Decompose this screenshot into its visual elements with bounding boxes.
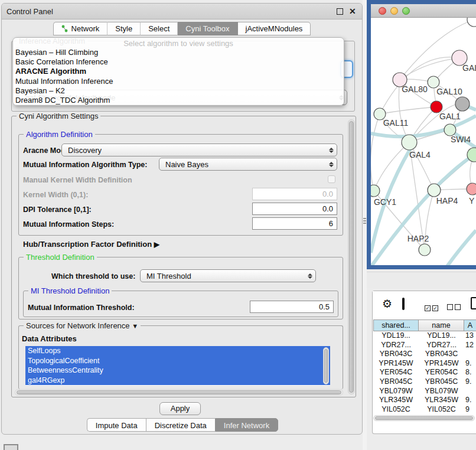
- kernel-width-field[interactable]: 0.0: [252, 188, 337, 200]
- aracne-mode-combo[interactable]: Discovery: [61, 144, 337, 156]
- stepper-icon: [305, 273, 315, 279]
- corner-button[interactable]: [4, 444, 18, 450]
- collapsed-arrow-icon[interactable]: ▶: [154, 240, 159, 249]
- algorithm-option[interactable]: Bayesian – Hill Climbing: [13, 48, 344, 57]
- table-row[interactable]: YDL19...YDL19...13: [373, 331, 476, 341]
- tab-select[interactable]: Select: [141, 22, 178, 35]
- tab-style[interactable]: Style: [107, 22, 141, 35]
- data-attribute-item[interactable]: gal4RGexp: [25, 376, 330, 386]
- control-panel-titlebar[interactable]: Control Panel ✕: [2, 4, 362, 19]
- network-edge[interactable]: [371, 114, 380, 191]
- split-columns-icon[interactable]: [402, 298, 405, 310]
- zoom-traffic-icon[interactable]: [402, 7, 410, 15]
- table-row[interactable]: YER054CYER054C8.: [373, 368, 476, 377]
- divider-grip-icon[interactable]: [363, 218, 366, 224]
- column-header-3[interactable]: A: [464, 319, 476, 331]
- table-row[interactable]: YBR045CYBR045C9.: [373, 377, 476, 387]
- network-window-titlebar[interactable]: [371, 4, 476, 18]
- attributes-scrollbar[interactable]: [323, 347, 329, 384]
- network-node[interactable]: [428, 184, 441, 197]
- page-icon[interactable]: [471, 297, 476, 309]
- settings-vscroll-thumb[interactable]: [349, 121, 354, 393]
- table-cell: YPR145W: [419, 359, 464, 369]
- table-row[interactable]: YDR27...YDR27...12: [373, 341, 476, 350]
- algorithm-option[interactable]: ARACNE Algorithm: [13, 67, 344, 76]
- algorithm-option[interactable]: Mutual Information Inference: [13, 77, 344, 86]
- table-horizontal-scrollbar[interactable]: [373, 415, 475, 421]
- table-cell: [464, 350, 476, 359]
- column-header-2[interactable]: name: [419, 319, 464, 331]
- network-canvas[interactable]: GALGAL80GAL10GAL1GAL11SWI4GAL4GCY1HAP4YH…: [371, 18, 476, 265]
- expanded-arrow-icon[interactable]: ▼: [132, 322, 138, 330]
- algorithm-option[interactable]: Dream8 DC_TDC Algorithm: [13, 96, 344, 105]
- unchecked-columns-icon[interactable]: [447, 302, 462, 312]
- column-header-1[interactable]: shared...: [373, 319, 419, 331]
- manual-kernel-width-checkbox[interactable]: [328, 175, 335, 183]
- settings-vertical-scrollbar[interactable]: [348, 119, 355, 394]
- bottom-tab-discretize-data[interactable]: Discretize Data: [146, 418, 215, 432]
- float-window-icon[interactable]: [337, 8, 343, 15]
- tab-label: jActiveMNodules: [246, 24, 303, 33]
- algorithm-option[interactable]: Basic Correlation Inference: [13, 57, 344, 67]
- panel-divider[interactable]: [363, 0, 367, 450]
- close-icon[interactable]: ✕: [349, 6, 356, 16]
- close-traffic-icon[interactable]: [379, 7, 386, 15]
- network-node-label: HAP2: [407, 234, 429, 243]
- tab-cyni-toolbox[interactable]: Cyni Toolbox: [178, 22, 237, 35]
- table-row[interactable]: YPR145WYPR145W9.: [373, 359, 476, 369]
- data-attributes-list[interactable]: SelfLoopsTopologicalCoefficientBetweenne…: [25, 346, 330, 386]
- network-node-label: GAL: [462, 63, 476, 73]
- network-node[interactable]: [419, 244, 431, 256]
- bottom-tab-impute-data[interactable]: Impute Data: [87, 418, 146, 432]
- network-node[interactable]: [428, 76, 439, 88]
- hub-definition-toggle[interactable]: Hub/Transcription Factor Definition ▶: [23, 240, 159, 249]
- data-attribute-item[interactable]: TopologicalCoefficient: [25, 356, 330, 366]
- mi-algorithm-type-combo[interactable]: Naive Bayes: [159, 158, 337, 171]
- table-cell: YLR345W: [419, 396, 464, 405]
- which-threshold-combo[interactable]: MI Threshold: [140, 269, 316, 282]
- network-node[interactable]: [455, 97, 470, 111]
- hub-definition-label: Hub/Transcription Factor Definition: [23, 240, 152, 249]
- table-panel-header[interactable]: Table Panel: [367, 272, 476, 288]
- table-row[interactable]: YBL079WYBL079W: [373, 387, 476, 396]
- gear-icon[interactable]: ⚙: [382, 297, 392, 311]
- network-node[interactable]: [371, 185, 380, 197]
- table-row[interactable]: YBR043CYBR043C: [373, 350, 476, 359]
- tab-network[interactable]: Network: [53, 22, 108, 35]
- table-cell: YBR043C: [419, 350, 464, 359]
- network-node[interactable]: [467, 18, 476, 27]
- attributes-scroll-thumb[interactable]: [324, 349, 328, 383]
- table-row[interactable]: YIL052CYIL052C9: [373, 405, 476, 415]
- checked-columns-icon[interactable]: ✓✓: [425, 302, 440, 312]
- settings-horizontal-scrollbar[interactable]: [15, 389, 343, 396]
- table-hscroll-thumb[interactable]: [375, 416, 473, 420]
- bottom-tab-infer-network[interactable]: Infer Network: [215, 418, 278, 432]
- kernel-width-label: Kernel Width (0,1):: [23, 191, 88, 199]
- dpi-tolerance-field[interactable]: 0.0: [252, 203, 337, 215]
- mi-threshold-field[interactable]: 0.5: [250, 301, 334, 313]
- network-edge[interactable]: [380, 107, 436, 114]
- network-edge-highlighted[interactable]: [444, 230, 476, 265]
- network-node[interactable]: [402, 135, 417, 150]
- sources-title-text: Sources for Network Inference: [26, 321, 130, 330]
- network-node-label: GAL80: [402, 84, 428, 94]
- minimize-traffic-icon[interactable]: [390, 7, 398, 15]
- table-row[interactable]: YLR345WYLR345W9.: [373, 396, 476, 405]
- data-attribute-item[interactable]: BetweennessCentrality: [25, 366, 330, 376]
- control-panel-title: Control Panel: [6, 7, 53, 16]
- network-node[interactable]: [467, 183, 476, 195]
- algorithm-option[interactable]: Bayesian – K2: [13, 86, 344, 96]
- settings-hscroll-thumb[interactable]: [17, 390, 341, 394]
- network-node[interactable]: [444, 124, 456, 136]
- data-attribute-item[interactable]: SelfLoops: [25, 346, 330, 356]
- apply-button[interactable]: Apply: [159, 402, 201, 415]
- mi-steps-field[interactable]: 6: [252, 217, 337, 230]
- table-cell: YBR045C: [419, 377, 464, 387]
- tab-jactivemnodules[interactable]: jActiveMNodules: [238, 22, 311, 35]
- mi-steps-label: Mutual Information Steps:: [23, 220, 114, 229]
- table-cell: 12: [464, 341, 476, 350]
- table-cell: YDL19...: [419, 331, 464, 341]
- network-graph[interactable]: GALGAL80GAL10GAL1GAL11SWI4GAL4GCY1HAP4YH…: [371, 18, 476, 265]
- network-node[interactable]: [431, 101, 442, 113]
- stepper-icon: [326, 148, 337, 153]
